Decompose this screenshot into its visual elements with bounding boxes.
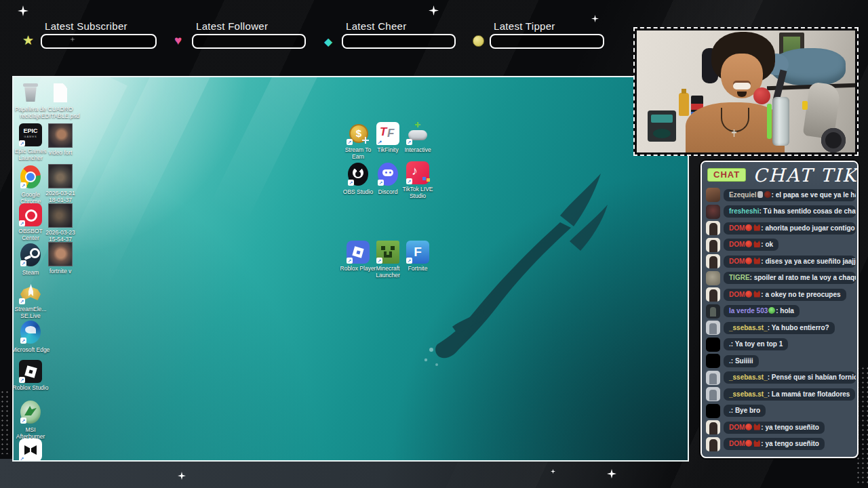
desktop-icon-cuadro-psd[interactable]: CUADRO EDITABLE.psd xyxy=(41,81,80,119)
desktop-icon-interactive[interactable]: ↗ Interactive xyxy=(398,122,437,153)
avatar xyxy=(706,254,720,268)
chat-message: DOM: ya tengo sueñito xyxy=(706,437,856,451)
chat-message: _ssebas.st_: Pensé que si habían fornica… xyxy=(706,371,856,385)
latest-follower-value xyxy=(192,34,306,49)
psd-file-icon xyxy=(49,81,72,104)
latest-cheer-value xyxy=(342,34,456,49)
chat-message: DOM: ahorita puedo jugar contigo xyxy=(706,221,856,235)
coin-icon xyxy=(473,35,484,47)
latest-tipper-label: Latest Tipper xyxy=(494,20,555,32)
shortcut-arrow-icon: ↗ xyxy=(406,139,412,145)
desktop-icon-edge[interactable]: ↗ Microsoft Edge xyxy=(12,319,50,353)
chat-message: .: Suiiiii xyxy=(706,354,856,368)
webcam-scene xyxy=(637,30,855,152)
roblox-studio-icon: ↗ xyxy=(19,360,42,383)
latest-tipper-widget: Latest Tipper xyxy=(490,19,604,50)
shortcut-arrow-icon: ↗ xyxy=(347,139,353,145)
shortcut-arrow-icon: ↗ xyxy=(19,298,25,304)
desktop-icon-video-2026-03-21[interactable]: 2026-03-21 18-01-37 xyxy=(41,164,80,203)
latest-follower-label: Latest Follower xyxy=(196,20,268,32)
desktop-icon-streamelements[interactable]: ↗ StreamEle... SE.Live xyxy=(12,281,50,319)
salt-emoji-icon xyxy=(757,191,763,198)
obs-studio-icon: ↗ xyxy=(348,163,368,186)
avatar xyxy=(706,221,720,235)
chat-message: DOM: a okey no te preocupes xyxy=(706,287,856,302)
halftone-dots xyxy=(0,390,9,454)
chrome-icon: ↗ xyxy=(20,165,41,188)
video-thumbnail-icon xyxy=(48,164,73,188)
heart-icon: ♥ xyxy=(174,34,182,47)
angry-emoji-icon xyxy=(745,424,752,430)
angry-emoji-icon xyxy=(745,258,752,264)
avatar xyxy=(706,338,720,352)
latest-subscriber-widget: Latest Subscriber ★ xyxy=(41,19,157,50)
avatar xyxy=(706,371,720,385)
desktop-icon-msi-afterburner[interactable]: ↗ MSI Afterburner xyxy=(12,399,50,440)
angry-emoji-icon xyxy=(745,224,752,231)
shortcut-arrow-icon: ↗ xyxy=(19,455,25,462)
avatar xyxy=(706,321,720,335)
desktop-icon-video-2026-03-23[interactable]: 2026-03-23 15-54-37 xyxy=(41,203,80,243)
avatar xyxy=(706,205,720,219)
capcut-icon: ↗ xyxy=(19,439,42,462)
latest-cheer-widget: Latest Cheer ◆ xyxy=(342,19,456,50)
avatar xyxy=(706,420,720,434)
avatar xyxy=(706,188,720,202)
desktop-icon-capcut[interactable]: ↗ CapCut xyxy=(12,439,50,462)
chat-messages[interactable]: Ezequiel: el papa se ve que ya le había … xyxy=(706,188,856,454)
desktop-icon-fortnite[interactable]: ↗ Fortnite xyxy=(398,241,437,272)
chat-header: CHAT CHAT TIKTOK xyxy=(702,162,857,186)
desktop-icon-video-fort[interactable]: video fort xyxy=(41,123,80,156)
devil-emoji-icon xyxy=(753,424,760,430)
avatar xyxy=(706,287,720,302)
tiktok-live-studio-icon: ↗ xyxy=(406,161,429,184)
shortcut-arrow-icon: ↗ xyxy=(378,180,384,186)
desktop-icon-fortnite-v[interactable]: fortnite v xyxy=(41,242,80,274)
shortcut-arrow-icon: ↗ xyxy=(406,178,412,184)
devil-emoji-icon xyxy=(753,224,760,231)
shortcut-arrow-icon: ↗ xyxy=(20,418,26,424)
latest-cheer-label: Latest Cheer xyxy=(346,20,406,32)
chat-message: la verde 503: hola xyxy=(706,304,856,319)
diamond-icon: ◆ xyxy=(324,35,332,48)
chat-message: Ezequiel: el papa se ve que ya le había … xyxy=(706,188,856,202)
chat-message: .: Ya toy en top 1 xyxy=(706,338,856,352)
devil-emoji-icon xyxy=(753,440,760,447)
shortcut-arrow-icon: ↗ xyxy=(348,180,354,186)
latest-subscriber-value xyxy=(41,34,157,49)
chat-message: _ssebas.st_: Ya hubo entierro? xyxy=(706,321,856,335)
desktop-icon-roblox-studio[interactable]: ↗ Roblox Studio xyxy=(12,360,50,391)
epic-games-icon: ↗ xyxy=(19,123,42,146)
shortcut-arrow-icon: ↗ xyxy=(20,338,26,344)
microphone xyxy=(772,97,789,146)
alien-emoji-icon xyxy=(768,307,775,314)
angry-emoji-icon xyxy=(745,440,752,447)
devil-emoji-icon xyxy=(753,291,760,298)
chat-title: CHAT TIKTOK xyxy=(753,165,859,186)
shortcut-arrow-icon: ↗ xyxy=(19,377,25,383)
angry-emoji-icon xyxy=(745,291,752,298)
minecraft-icon: ↗ xyxy=(376,241,399,264)
stream-overlay: Latest Subscriber ★ Latest Follower ♥ La… xyxy=(0,0,868,488)
shortcut-arrow-icon: ↗ xyxy=(20,182,26,188)
interactive-icon: ↗ xyxy=(406,122,429,145)
latest-subscriber-label: Latest Subscriber xyxy=(45,20,127,32)
video-thumbnail-icon xyxy=(48,242,73,266)
chat-message: DOM: dises ya ya ace sueñito jaajjajajaj xyxy=(706,254,856,268)
scooter xyxy=(798,83,855,152)
chat-message: .: Bye bro xyxy=(706,404,856,418)
fortnite-icon: ↗ xyxy=(406,241,429,264)
avatar xyxy=(706,238,720,252)
chat-panel: CHAT CHAT TIKTOK Ezequiel: el papa se ve… xyxy=(701,161,859,458)
avatar xyxy=(706,354,720,368)
angry-emoji-icon xyxy=(745,241,752,247)
devil-emoji-icon xyxy=(753,241,760,247)
webcam-feed xyxy=(633,27,859,156)
desktop-icon-tiktok-live-studio[interactable]: ↗ TikTok LIVE Studio xyxy=(398,161,437,199)
bottle xyxy=(679,93,689,116)
avatar xyxy=(706,387,720,401)
shortcut-arrow-icon: ↗ xyxy=(376,258,382,264)
bird-emoji-icon xyxy=(764,191,771,198)
streamelements-icon: ↗ xyxy=(19,281,42,304)
latest-tipper-value xyxy=(490,34,604,49)
